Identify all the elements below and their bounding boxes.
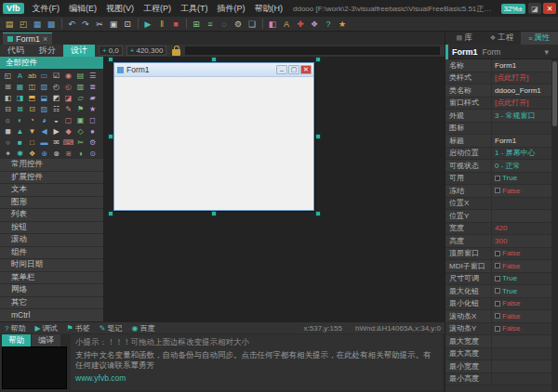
control-icon[interactable]: ⚙ (86, 137, 99, 148)
property-value[interactable]: 1 - 屏幕中心 (492, 148, 551, 160)
control-icon[interactable]: ◩ (50, 92, 62, 103)
website-link[interactable]: www.yfvb.com (75, 373, 438, 383)
menu-item[interactable]: 插件(P) (213, 3, 250, 15)
control-icon[interactable]: A (14, 70, 26, 81)
lock-icon[interactable] (172, 49, 180, 56)
menu-item[interactable]: 文件(F) (28, 3, 65, 15)
toolbox-category[interactable]: 扩展控件 (0, 172, 103, 185)
scrollbar[interactable] (551, 59, 558, 392)
property-row[interactable]: 宽度420 (445, 223, 551, 236)
view-tab-代码[interactable]: 代码 (0, 45, 32, 57)
star-icon[interactable]: ★ (336, 18, 349, 31)
pause-icon[interactable]: ‖ (155, 18, 168, 31)
cut-icon[interactable]: ✂ (93, 18, 106, 31)
font-icon[interactable]: A (280, 18, 293, 31)
run-icon[interactable]: ▶ (141, 18, 154, 31)
property-value[interactable]: Form1 (492, 59, 551, 72)
menu-item[interactable]: 工程(P) (139, 3, 176, 15)
scrollbar-thumb[interactable] (552, 61, 557, 126)
control-icon[interactable]: ≋ (62, 148, 74, 159)
doc-tab-form1[interactable]: Form1 × (3, 33, 52, 45)
control-icon[interactable]: ✦ (2, 148, 14, 159)
property-value[interactable]: False (492, 248, 551, 260)
menu-item[interactable]: 帮助(H) (250, 3, 288, 15)
form-titlebar[interactable]: Form1 –▢✕ (114, 63, 313, 77)
status-item-笔记[interactable]: ✎笔记 (95, 323, 127, 333)
stop-icon[interactable]: ■ (169, 18, 182, 31)
control-icon[interactable]: ▭ (38, 70, 50, 81)
output-console[interactable] (2, 346, 67, 389)
property-row[interactable]: 名称Form1 (445, 59, 551, 72)
toolbox-category[interactable]: 时间日期 (0, 259, 103, 272)
control-icon[interactable]: ◼ (2, 125, 14, 137)
control-icon[interactable]: ◱ (2, 70, 14, 81)
control-icon[interactable]: ⚑ (74, 103, 86, 114)
maximize-button[interactable]: ▢ (288, 65, 299, 74)
control-icon[interactable]: ☼ (2, 114, 14, 125)
property-row[interactable]: 类名称ddooo_Form1 (445, 85, 551, 98)
status-item-调试[interactable]: ▶调试 (30, 323, 61, 333)
view-tab-拆分[interactable]: 拆分 (32, 45, 63, 57)
property-row[interactable]: 类样式[点此打开] (445, 72, 551, 85)
resize-handle[interactable] (108, 134, 113, 139)
panel-tab-工程[interactable]: ❖工程 (483, 32, 520, 45)
status-item-帮助[interactable]: ?帮助 (0, 323, 30, 333)
window-list-icon[interactable]: ❏ (246, 18, 259, 31)
bottom-tab-帮助[interactable]: 帮助 (2, 334, 31, 347)
close-icon[interactable]: × (43, 34, 47, 44)
property-value[interactable]: False (492, 260, 551, 272)
control-icon[interactable]: ▶ (50, 125, 62, 137)
plugin-icon[interactable]: ✚ (294, 18, 307, 31)
property-value[interactable]: True (492, 173, 551, 185)
copy-icon[interactable]: ▣ (107, 18, 120, 31)
property-row[interactable]: 启动位置1 - 屏幕中心 (445, 148, 551, 161)
menu-item[interactable]: 工具(T) (176, 3, 213, 15)
control-icon[interactable]: ❖ (26, 148, 38, 159)
property-value[interactable]: Form1 (492, 135, 551, 147)
control-icon[interactable]: ▰ (86, 92, 99, 103)
property-row[interactable]: 标题Form1 (445, 135, 551, 148)
menu-item[interactable]: 视图(V) (101, 3, 139, 15)
property-value[interactable]: False (492, 298, 551, 310)
control-icon[interactable]: ⊕ (38, 148, 50, 159)
property-row[interactable]: 外观3 - 常规窗口 (445, 110, 551, 123)
property-value[interactable]: True (492, 285, 551, 297)
property-value[interactable]: True (492, 273, 551, 285)
pin-button[interactable]: ◪ (528, 3, 541, 14)
close-button[interactable]: ✕ (300, 65, 312, 74)
control-icon[interactable]: ◻ (86, 114, 99, 125)
control-icon[interactable]: ◫ (26, 81, 38, 92)
control-icon[interactable]: ★ (86, 103, 99, 114)
property-value[interactable]: [点此打开] (492, 72, 551, 85)
control-icon[interactable]: ⬓ (38, 92, 50, 103)
undo-icon[interactable]: ↶ (65, 18, 78, 31)
control-icon[interactable]: ◪ (62, 92, 74, 103)
toolbox-category[interactable]: 图形 (0, 197, 103, 210)
control-icon[interactable]: ▢ (62, 114, 74, 125)
control-icon[interactable]: ▬ (38, 137, 50, 148)
property-value[interactable]: False (492, 185, 551, 197)
resize-handle[interactable] (211, 57, 217, 62)
control-icon[interactable]: ○ (2, 137, 14, 148)
control-icon[interactable]: ⬒ (26, 92, 38, 103)
stats-badge[interactable]: 32%± (501, 4, 525, 14)
control-icon[interactable]: ✂ (74, 137, 86, 148)
designed-form[interactable]: Form1 –▢✕ (113, 62, 314, 211)
control-icon[interactable]: ◒ (50, 114, 62, 125)
property-value[interactable]: ddooo_Form1 (492, 85, 551, 97)
bottom-tab-编译[interactable]: 编译 (32, 334, 60, 347)
paste-icon[interactable]: ⊡ (121, 18, 134, 31)
control-icon[interactable]: ⊠ (14, 103, 26, 114)
resize-handle[interactable] (211, 211, 217, 216)
control-icon[interactable]: □ (26, 137, 38, 148)
property-row[interactable]: 滚动条XFalse (445, 310, 551, 323)
toolbox-category[interactable]: 滚动 (0, 234, 103, 247)
color-palette-icon[interactable]: ◧ (266, 18, 279, 31)
property-row[interactable]: 最小化钮False (445, 298, 551, 311)
control-icon[interactable]: ◐ (14, 114, 26, 125)
property-row[interactable]: 窗口样式[点此打开] (445, 98, 551, 111)
redo-icon[interactable]: ↷ (79, 18, 92, 31)
control-icon[interactable]: ◔ (26, 114, 38, 125)
toolbox-category[interactable]: 网络 (0, 284, 103, 297)
property-value[interactable]: 3 - 常规窗口 (492, 110, 551, 122)
